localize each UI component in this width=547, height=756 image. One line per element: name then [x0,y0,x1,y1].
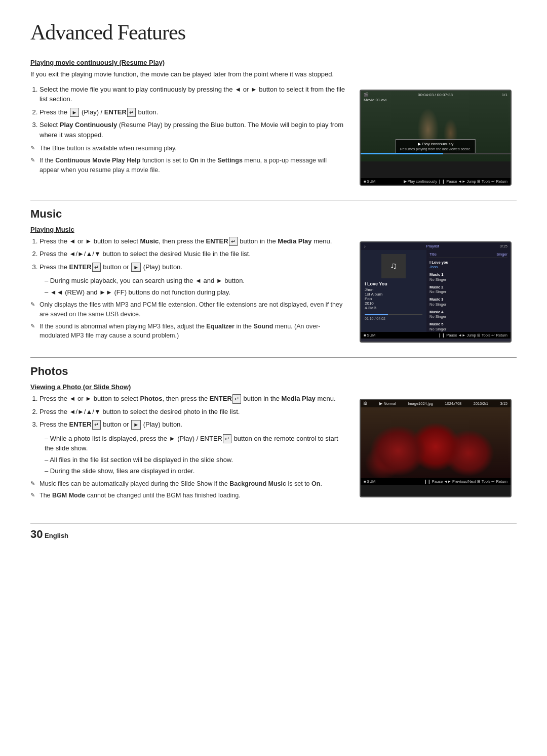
music-dash-notes: During music playback, you can search us… [38,276,347,297]
music-dash-2: ◄◄ (REW) and ►► (FF) buttons do not func… [45,287,347,298]
photo-area: 🖼 ▶ Normal Image1024.jpg 1024x768 2010/2… [361,400,511,478]
playlist-artist-2: No Singer [429,277,507,282]
resume-content-block: Select the movie file you want to play c… [30,85,517,186]
playlist-item-1: I Love you Jhon [429,260,507,270]
music-right-panel: Title Singer I Love you Jhon Music 1 No … [426,250,511,332]
music-left-panel: ♫ I Love You Jhon 1st Album Pop 2010 4.2… [361,250,426,332]
playlist-item-5: Music 4 No Singer [429,310,507,320]
playlist-title-header: Title [429,252,437,257]
viewing-photo-heading: Viewing a Photo (or Slide Show) [30,383,517,391]
resume-notes: The Blue button is available when resumi… [30,144,347,175]
movie-screen-mockup: 🎬 00:04:03 / 00:07:38 1/1 Movie 01.avi ▶… [360,90,512,186]
music-step-1: Press the ◄ or ► button to select Music,… [40,236,347,246]
music-section-heading: Music [30,207,517,221]
photo-top-bar: 🖼 ▶ Normal Image1024.jpg 1024x768 2010/2… [361,400,511,407]
resume-play-heading: Playing movie continuously (Resume Play) [30,59,517,66]
movie-counter: 1/1 [502,93,507,97]
playlist-song-6: Music 5 [429,322,507,327]
photos-step-3: Press the ENTER↵ button or ► (Play) butt… [40,419,347,430]
playlist-artist-4: No Singer [429,302,507,307]
song-year: 2010 [365,301,422,306]
music-progress-track [365,314,422,315]
page-title: Advanced Features [30,20,517,45]
photos-image-col: 🖼 ▶ Normal Image1024.jpg 1024x768 2010/2… [360,394,517,503]
resume-steps-list: Select the movie file you want to play c… [30,85,347,140]
photos-note-1: Music files can be automatically played … [30,479,347,489]
resume-subtitle: Resumes playing from the last viewed sce… [400,147,471,151]
music-progress-fill [365,314,388,315]
photo-bottom-right: ❙❙ Pause ◄► Previous/Next ⊞ Tools ↩ Retu… [424,479,507,484]
movie-bottom-left: ■ SUM [364,179,375,184]
music-dash-1: During music playback, you can search us… [45,276,347,286]
playlist-item-2: Music 1 No Singer [429,272,507,282]
movie-bottom-bar: ■ SUM ▶ Play continuously ❙❙ Pause ◄► Ju… [361,178,511,185]
photos-content-block: Press the ◄ or ► button to select Photos… [30,394,517,503]
playlist-artist-5: No Singer [429,314,507,319]
movie-progress-fill [361,153,443,154]
movie-icon: 🎬 [364,93,369,97]
resume-note-2: If the Continuous Movie Play Help functi… [30,156,347,175]
resume-title: ▶ Play continuously [400,142,471,146]
music-content-block: Press the ◄ or ► button to select Music,… [30,236,517,344]
playlist-item-3: Music 2 No Singer [429,285,507,295]
music-divider [30,200,517,200]
photos-dash-2: All files in the file list section will … [45,455,347,465]
playlist-song-1: I Love you [429,260,507,265]
photos-step-2: Press the ◄/►/▲/▼ button to select the d… [40,407,347,417]
resume-intro: If you exit the playing movie function, … [30,69,517,79]
music-note-1: Only displays the files with MP3 and PCM… [30,300,347,319]
song-album: 1st Album [365,292,422,297]
photos-step-1: Press the ◄ or ► button to select Photos… [40,394,347,404]
playing-music-heading: Playing Music [30,226,517,233]
page-number: 30 [30,528,43,540]
music-step-2: Press the ◄/►/▲/▼ button to select the d… [40,249,347,259]
music-bottom-left: ■ SUM [364,333,375,338]
music-progress-area: 01:10 / 04:02 [365,314,422,320]
playlist-artist-3: No Singer [429,289,507,295]
movie-top-bar: 🎬 00:04:03 / 00:07:38 1/1 [361,93,511,97]
music-bottom-right: ❙❙ Pause ◄► Jump ⊞ Tools ↩ Return [438,333,507,338]
photo-mode: ▶ Normal [379,401,396,406]
photos-steps-list: Press the ◄ or ► button to select Photos… [30,394,347,430]
song-artist: Jhon [365,287,422,292]
photo-resolution: 1024x768 [445,401,461,406]
page-number-area: 30 English [30,523,517,541]
music-icon: ♪ [364,244,366,248]
music-screen-mockup: ♪ Playlist 3/15 ♫ I Love You Jhon 1st Al… [360,241,512,343]
song-genre: Pop [365,297,422,301]
movie-time: 00:04:03 / 00:07:38 [418,93,453,97]
music-counter: 3/15 [499,244,507,248]
movie-progress-bar [361,153,511,154]
movie-video-area: 🎬 00:04:03 / 00:07:38 1/1 Movie 01.avi ▶… [361,91,511,161]
photos-dash-1: While a photo list is displayed, press t… [45,434,347,453]
music-playlist-label: Playlist [426,244,439,248]
page-language: English [45,532,68,539]
song-size: 4.2MB [365,306,422,310]
photos-divider [30,357,517,358]
photos-text-col: Press the ◄ or ► button to select Photos… [30,394,347,503]
song-info: I Love You Jhon 1st Album Pop 2010 4.2MB [365,281,422,310]
photos-dash-3: During the slide show, files are display… [45,466,347,476]
playlist-song-3: Music 2 [429,285,507,290]
photo-filename: Image1024.jpg [408,401,433,406]
photo-bottom-left: ■ SUM [364,479,375,484]
photos-note-2: The BGM Mode cannot be changed until the… [30,491,347,500]
playlist-header: Title Singer [429,252,507,258]
photos-notes: Music files can be automatically played … [30,479,347,501]
photos-dash-notes: While a photo list is displayed, press t… [38,434,347,476]
resume-step-3: Select Play Continuously (Resume Play) b… [40,120,347,140]
music-step-3: Press the ENTER↵ button or ► (Play) butt… [40,262,347,272]
resume-step-2: Press the ► (Play) / ENTER↵ button. [40,107,347,117]
playlist-song-5: Music 4 [429,310,507,315]
music-content-area: ♫ I Love You Jhon 1st Album Pop 2010 4.2… [361,250,511,332]
playlist-artist-6: No Singer [429,327,507,332]
music-steps-list: Press the ◄ or ► button to select Music,… [30,236,347,272]
playlist-artist-header: Singer [496,252,507,257]
album-art: ♫ [381,254,406,278]
apples-image [361,400,511,478]
music-image-col: ♪ Playlist 3/15 ♫ I Love You Jhon 1st Al… [360,236,517,344]
playlist-item-4: Music 3 No Singer [429,297,507,307]
resume-text-col: Select the movie file you want to play c… [30,85,347,186]
music-text-col: Press the ◄ or ► button to select Music,… [30,236,347,344]
photo-counter: 3/15 [500,401,507,406]
